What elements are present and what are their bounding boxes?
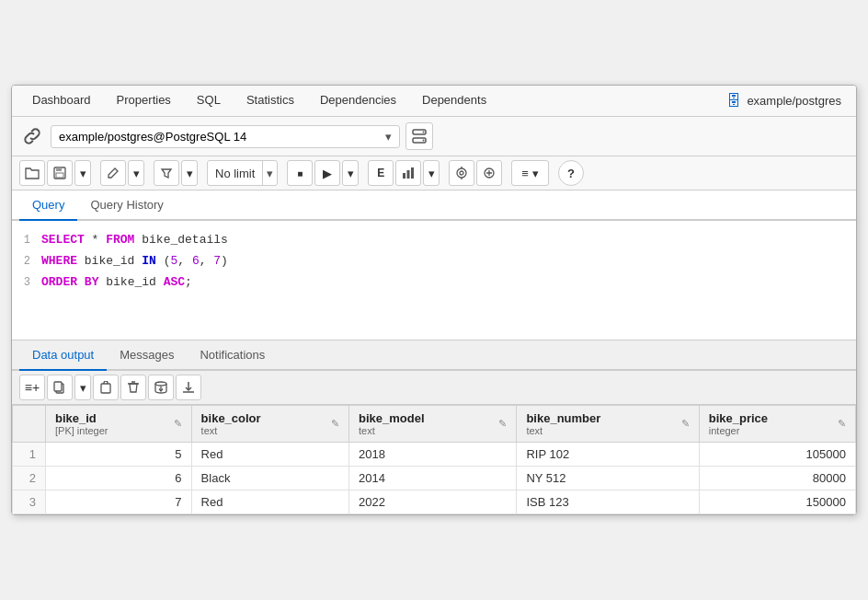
tab-sql[interactable]: SQL: [184, 86, 234, 116]
row-num-header: [13, 406, 46, 443]
filter-button[interactable]: [154, 160, 179, 186]
code-token: ,: [177, 254, 192, 268]
cell-bike_color: Black: [191, 467, 348, 490]
connection-db-icon: 🗄: [726, 93, 741, 110]
paste-button[interactable]: [93, 375, 119, 400]
tab-query[interactable]: Query: [19, 190, 77, 221]
table-row[interactable]: 26Black2014NY 51280000: [13, 467, 856, 490]
data-table-container: bike_id[PK] integer✎bike_colortext✎bike_…: [12, 405, 856, 514]
column-edit-icon[interactable]: ✎: [838, 418, 846, 430]
code-line: 1SELECT * FROM bike_details: [12, 230, 856, 251]
cell-bike_price: 105000: [699, 443, 855, 467]
nav-connection-text: example/postgres: [747, 94, 841, 108]
copy-button[interactable]: [47, 375, 73, 400]
column-name: bike_id: [55, 411, 108, 425]
code-token: ,: [200, 254, 214, 268]
code-token: ORDER: [41, 275, 77, 289]
explain-icon: E: [377, 167, 384, 179]
line-number: 1: [12, 232, 41, 249]
download-button[interactable]: [176, 375, 201, 400]
query-toolbar: ▾ ▾ ▾ No limit ▾ ■ ▶ ▾ E: [12, 156, 856, 190]
column-edit-icon[interactable]: ✎: [331, 418, 339, 430]
cell-bike_model: 2022: [348, 490, 516, 514]
column-name: bike_number: [526, 411, 600, 425]
connection-dropdown-arrow: ▾: [385, 130, 392, 144]
column-edit-icon[interactable]: ✎: [498, 418, 507, 430]
macros2-button[interactable]: [476, 160, 502, 186]
table-row[interactable]: 15Red2018RIP 102105000: [13, 443, 856, 467]
line-number: 2: [12, 253, 41, 271]
cell-bike_number: ISB 123: [517, 490, 699, 514]
svg-rect-17: [101, 384, 110, 393]
chart-button[interactable]: [395, 160, 421, 186]
code-token: ): [221, 254, 228, 268]
copy-dropdown-button[interactable]: ▾: [74, 375, 91, 400]
open-file-button[interactable]: [19, 160, 45, 186]
column-name: bike_color: [201, 411, 261, 425]
tab-data-output[interactable]: Data output: [19, 340, 107, 371]
macros1-button[interactable]: [449, 160, 474, 186]
limit-label: No limit: [208, 167, 262, 180]
code-token: bike_id: [77, 254, 142, 268]
tab-properties[interactable]: Properties: [104, 86, 184, 116]
tab-dependencies[interactable]: Dependencies: [307, 86, 409, 116]
tab-messages[interactable]: Messages: [107, 340, 187, 371]
column-type: text: [526, 425, 600, 436]
limit-arrow-icon: ▾: [262, 161, 277, 185]
save-button[interactable]: [47, 160, 73, 186]
explain-button[interactable]: E: [368, 160, 394, 186]
tab-dashboard[interactable]: Dashboard: [19, 86, 104, 116]
chart-dropdown-button[interactable]: ▾: [423, 160, 440, 186]
limit-dropdown[interactable]: No limit ▾: [207, 160, 278, 186]
code-editor[interactable]: 1SELECT * FROM bike_details2WHERE bike_i…: [12, 221, 856, 340]
code-token: ;: [185, 275, 192, 289]
svg-point-10: [457, 168, 466, 178]
code-token: IN: [142, 254, 156, 268]
column-edit-icon[interactable]: ✎: [174, 418, 182, 430]
format-button[interactable]: ≡ ▾: [511, 160, 549, 186]
tab-notifications[interactable]: Notifications: [187, 340, 278, 371]
row-number-cell: 3: [13, 490, 46, 514]
line-number: 3: [12, 274, 41, 292]
cell-bike_color: Red: [191, 490, 348, 514]
delete-row-button[interactable]: [120, 375, 146, 400]
table-row[interactable]: 37Red2022ISB 123150000: [13, 490, 856, 514]
run-button[interactable]: ▶: [314, 160, 340, 186]
save-dropdown-button[interactable]: ▾: [74, 160, 91, 186]
help-button[interactable]: ?: [558, 160, 584, 186]
edit-dropdown-button[interactable]: ▾: [128, 160, 144, 186]
code-token: 7: [213, 254, 221, 268]
nav-connection: 🗄 example/postgres: [719, 89, 849, 113]
filter-dropdown-button[interactable]: ▾: [181, 160, 198, 186]
column-edit-icon[interactable]: ✎: [681, 418, 690, 430]
server-connect-button[interactable]: [405, 122, 433, 150]
tab-statistics[interactable]: Statistics: [234, 86, 307, 116]
tab-query-history[interactable]: Query History: [77, 190, 176, 221]
cell-bike_color: Red: [191, 443, 348, 467]
edit-button[interactable]: [100, 160, 126, 186]
format-arrow-icon: ▾: [532, 167, 539, 180]
svg-rect-16: [54, 382, 62, 391]
column-header: bike_priceinteger✎: [699, 406, 855, 443]
save-data-button[interactable]: [148, 375, 174, 400]
run-icon: ▶: [323, 167, 332, 180]
svg-point-3: [423, 140, 425, 142]
row-number-cell: 2: [13, 467, 46, 490]
column-type: text: [359, 425, 425, 436]
cell-bike_number: NY 512: [517, 467, 699, 490]
connection-selector[interactable]: example/postgres@PostgreSQL 14 ▾: [51, 125, 400, 148]
run-dropdown-button[interactable]: ▾: [342, 160, 359, 186]
main-window: Dashboard Properties SQL Statistics Depe…: [11, 85, 857, 515]
cell-bike_id: 7: [46, 490, 192, 514]
link-icon: [19, 123, 45, 149]
code-token: FROM: [106, 233, 134, 247]
stop-button[interactable]: ■: [287, 160, 313, 186]
stop-icon: ■: [297, 168, 303, 179]
tab-dependents[interactable]: Dependents: [409, 86, 499, 116]
cell-bike_price: 80000: [699, 467, 855, 490]
cell-bike_number: RIP 102: [517, 443, 699, 467]
svg-point-2: [423, 132, 425, 133]
add-row-button[interactable]: ≡+: [19, 375, 45, 400]
cell-bike_id: 6: [46, 467, 192, 490]
row-number-cell: 1: [13, 443, 46, 467]
